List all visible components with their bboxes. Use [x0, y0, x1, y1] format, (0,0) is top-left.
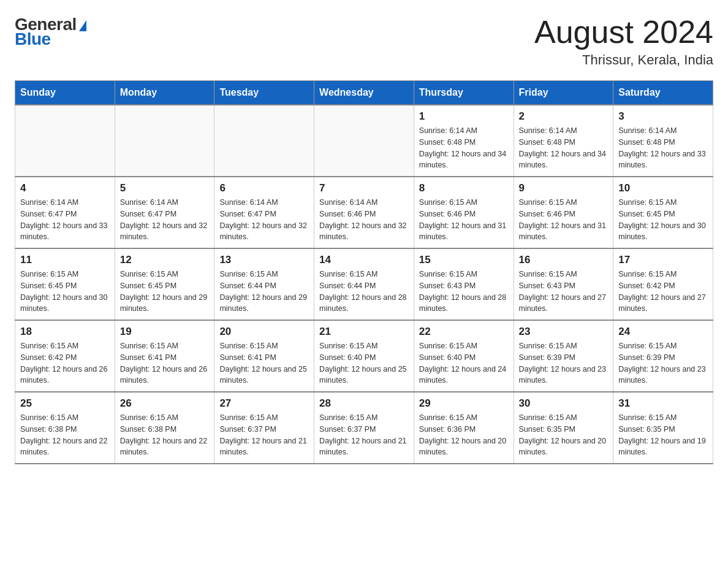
day-info: Sunrise: 6:15 AMSunset: 6:37 PMDaylight:…: [319, 412, 409, 458]
calendar-cell-1-6: 10Sunrise: 6:15 AMSunset: 6:45 PMDayligh…: [613, 177, 713, 248]
day-number: 10: [618, 182, 708, 194]
calendar-cell-4-3: 28Sunrise: 6:15 AMSunset: 6:37 PMDayligh…: [314, 392, 414, 464]
header-monday: Monday: [115, 81, 214, 105]
day-info: Sunrise: 6:14 AMSunset: 6:48 PMDaylight:…: [419, 125, 509, 171]
day-number: 31: [618, 397, 708, 410]
header-tuesday: Tuesday: [214, 81, 314, 105]
calendar-cell-2-0: 11Sunrise: 6:15 AMSunset: 6:45 PMDayligh…: [15, 248, 115, 320]
day-number: 5: [120, 182, 210, 194]
calendar-cell-2-1: 12Sunrise: 6:15 AMSunset: 6:45 PMDayligh…: [115, 248, 214, 320]
day-info: Sunrise: 6:15 AMSunset: 6:41 PMDaylight:…: [219, 340, 309, 386]
day-info: Sunrise: 6:15 AMSunset: 6:45 PMDaylight:…: [20, 269, 110, 315]
header-thursday: Thursday: [414, 81, 514, 105]
day-number: 9: [519, 182, 609, 194]
calendar-cell-2-3: 14Sunrise: 6:15 AMSunset: 6:44 PMDayligh…: [314, 248, 414, 320]
day-info: Sunrise: 6:15 AMSunset: 6:35 PMDaylight:…: [519, 412, 609, 458]
calendar-cell-3-4: 22Sunrise: 6:15 AMSunset: 6:40 PMDayligh…: [414, 320, 514, 392]
day-info: Sunrise: 6:15 AMSunset: 6:46 PMDaylight:…: [519, 197, 609, 243]
calendar-cell-1-1: 5Sunrise: 6:14 AMSunset: 6:47 PMDaylight…: [115, 177, 214, 248]
calendar-cell-3-1: 19Sunrise: 6:15 AMSunset: 6:41 PMDayligh…: [115, 320, 214, 392]
day-info: Sunrise: 6:15 AMSunset: 6:45 PMDaylight:…: [120, 269, 210, 315]
calendar-cell-3-0: 18Sunrise: 6:15 AMSunset: 6:42 PMDayligh…: [15, 320, 115, 392]
calendar-cell-4-2: 27Sunrise: 6:15 AMSunset: 6:37 PMDayligh…: [214, 392, 314, 464]
calendar-cell-0-5: 2Sunrise: 6:14 AMSunset: 6:48 PMDaylight…: [514, 105, 613, 177]
day-number: 30: [519, 397, 609, 410]
location-title: Thrissur, Kerala, India: [534, 52, 713, 68]
calendar-cell-0-0: [15, 105, 115, 177]
week-row-5: 25Sunrise: 6:15 AMSunset: 6:38 PMDayligh…: [15, 392, 713, 464]
day-info: Sunrise: 6:15 AMSunset: 6:40 PMDaylight:…: [319, 340, 409, 386]
day-number: 19: [120, 326, 210, 338]
logo: General Blue: [15, 15, 86, 49]
calendar-cell-1-0: 4Sunrise: 6:14 AMSunset: 6:47 PMDaylight…: [15, 177, 115, 248]
calendar-cell-4-6: 31Sunrise: 6:15 AMSunset: 6:35 PMDayligh…: [613, 392, 713, 464]
calendar-cell-1-4: 8Sunrise: 6:15 AMSunset: 6:46 PMDaylight…: [414, 177, 514, 248]
day-info: Sunrise: 6:15 AMSunset: 6:44 PMDaylight:…: [319, 269, 409, 315]
day-info: Sunrise: 6:15 AMSunset: 6:40 PMDaylight:…: [419, 340, 509, 386]
calendar-cell-0-4: 1Sunrise: 6:14 AMSunset: 6:48 PMDaylight…: [414, 105, 514, 177]
calendar-cell-4-4: 29Sunrise: 6:15 AMSunset: 6:36 PMDayligh…: [414, 392, 514, 464]
day-info: Sunrise: 6:15 AMSunset: 6:35 PMDaylight:…: [618, 412, 708, 458]
day-number: 15: [419, 254, 509, 266]
week-row-3: 11Sunrise: 6:15 AMSunset: 6:45 PMDayligh…: [15, 248, 713, 320]
calendar-cell-3-3: 21Sunrise: 6:15 AMSunset: 6:40 PMDayligh…: [314, 320, 414, 392]
day-number: 6: [219, 182, 309, 194]
week-row-2: 4Sunrise: 6:14 AMSunset: 6:47 PMDaylight…: [15, 177, 713, 248]
day-number: 1: [419, 110, 509, 123]
day-info: Sunrise: 6:15 AMSunset: 6:36 PMDaylight:…: [419, 412, 509, 458]
day-info: Sunrise: 6:15 AMSunset: 6:39 PMDaylight:…: [519, 340, 609, 386]
day-number: 3: [618, 110, 708, 123]
week-row-1: 1Sunrise: 6:14 AMSunset: 6:48 PMDaylight…: [15, 105, 713, 177]
day-number: 28: [319, 397, 409, 410]
logo-blue-text: Blue: [15, 29, 51, 49]
calendar-cell-2-5: 16Sunrise: 6:15 AMSunset: 6:43 PMDayligh…: [514, 248, 613, 320]
calendar-cell-2-4: 15Sunrise: 6:15 AMSunset: 6:43 PMDayligh…: [414, 248, 514, 320]
day-number: 14: [319, 254, 409, 266]
day-info: Sunrise: 6:14 AMSunset: 6:48 PMDaylight:…: [618, 125, 708, 171]
day-number: 13: [219, 254, 309, 266]
calendar-cell-2-2: 13Sunrise: 6:15 AMSunset: 6:44 PMDayligh…: [214, 248, 314, 320]
day-number: 27: [219, 397, 309, 410]
header-friday: Friday: [514, 81, 613, 105]
day-number: 2: [519, 110, 609, 123]
calendar-cell-1-3: 7Sunrise: 6:14 AMSunset: 6:46 PMDaylight…: [314, 177, 414, 248]
calendar-cell-3-6: 24Sunrise: 6:15 AMSunset: 6:39 PMDayligh…: [613, 320, 713, 392]
day-info: Sunrise: 6:15 AMSunset: 6:37 PMDaylight:…: [219, 412, 309, 458]
day-info: Sunrise: 6:15 AMSunset: 6:38 PMDaylight:…: [20, 412, 110, 458]
calendar-cell-1-5: 9Sunrise: 6:15 AMSunset: 6:46 PMDaylight…: [514, 177, 613, 248]
header-sunday: Sunday: [15, 81, 115, 105]
calendar-cell-2-6: 17Sunrise: 6:15 AMSunset: 6:42 PMDayligh…: [613, 248, 713, 320]
day-number: 12: [120, 254, 210, 266]
month-title: August 2024: [534, 15, 713, 50]
header-saturday: Saturday: [613, 81, 713, 105]
calendar-table: SundayMondayTuesdayWednesdayThursdayFrid…: [15, 80, 713, 464]
day-info: Sunrise: 6:15 AMSunset: 6:44 PMDaylight:…: [219, 269, 309, 315]
calendar-cell-1-2: 6Sunrise: 6:14 AMSunset: 6:47 PMDaylight…: [214, 177, 314, 248]
calendar-cell-4-1: 26Sunrise: 6:15 AMSunset: 6:38 PMDayligh…: [115, 392, 214, 464]
day-info: Sunrise: 6:14 AMSunset: 6:46 PMDaylight:…: [319, 197, 409, 243]
day-info: Sunrise: 6:15 AMSunset: 6:45 PMDaylight:…: [618, 197, 708, 243]
calendar-cell-3-2: 20Sunrise: 6:15 AMSunset: 6:41 PMDayligh…: [214, 320, 314, 392]
logo-triangle-icon: [79, 20, 86, 31]
day-number: 21: [319, 326, 409, 338]
day-number: 18: [20, 326, 110, 338]
header-wednesday: Wednesday: [314, 81, 414, 105]
day-info: Sunrise: 6:14 AMSunset: 6:47 PMDaylight:…: [20, 197, 110, 243]
calendar-cell-4-5: 30Sunrise: 6:15 AMSunset: 6:35 PMDayligh…: [514, 392, 613, 464]
week-row-4: 18Sunrise: 6:15 AMSunset: 6:42 PMDayligh…: [15, 320, 713, 392]
day-number: 17: [618, 254, 708, 266]
calendar-cell-3-5: 23Sunrise: 6:15 AMSunset: 6:39 PMDayligh…: [514, 320, 613, 392]
day-info: Sunrise: 6:14 AMSunset: 6:48 PMDaylight:…: [519, 125, 609, 171]
day-info: Sunrise: 6:15 AMSunset: 6:41 PMDaylight:…: [120, 340, 210, 386]
day-number: 29: [419, 397, 509, 410]
day-info: Sunrise: 6:15 AMSunset: 6:43 PMDaylight:…: [419, 269, 509, 315]
day-number: 26: [120, 397, 210, 410]
day-info: Sunrise: 6:15 AMSunset: 6:42 PMDaylight:…: [618, 269, 708, 315]
day-info: Sunrise: 6:15 AMSunset: 6:38 PMDaylight:…: [120, 412, 210, 458]
day-info: Sunrise: 6:14 AMSunset: 6:47 PMDaylight:…: [219, 197, 309, 243]
calendar-cell-0-3: [314, 105, 414, 177]
day-info: Sunrise: 6:15 AMSunset: 6:42 PMDaylight:…: [20, 340, 110, 386]
day-number: 16: [519, 254, 609, 266]
day-info: Sunrise: 6:15 AMSunset: 6:43 PMDaylight:…: [519, 269, 609, 315]
day-number: 20: [219, 326, 309, 338]
